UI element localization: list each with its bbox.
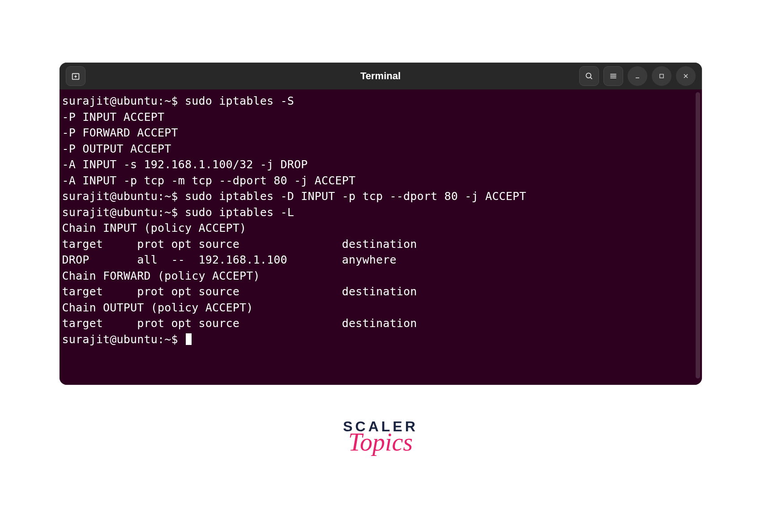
terminal-window: Terminal — [60, 63, 702, 385]
terminal-line: target prot opt source destination — [62, 284, 699, 300]
terminal-line: -P FORWARD ACCEPT — [62, 125, 699, 141]
titlebar-right — [579, 66, 696, 86]
search-icon — [585, 72, 594, 81]
svg-point-3 — [586, 73, 591, 78]
terminal-line: -A INPUT -s 192.168.1.100/32 -j DROP — [62, 157, 699, 173]
terminal-line: -P OUTPUT ACCEPT — [62, 141, 699, 157]
logo-subtitle: Topics — [348, 428, 413, 456]
new-tab-icon — [71, 71, 81, 81]
terminal-line: surajit@ubuntu:~$ sudo iptables -D INPUT… — [62, 188, 699, 204]
terminal-line: -P INPUT ACCEPT — [62, 109, 699, 125]
logo: SCALER Topics — [343, 418, 418, 456]
terminal-line: Chain INPUT (policy ACCEPT) — [62, 220, 699, 236]
terminal-line: surajit@ubuntu:~$ sudo iptables -L — [62, 204, 699, 221]
svg-line-4 — [590, 77, 592, 79]
hamburger-icon — [609, 72, 618, 81]
cursor — [186, 333, 192, 345]
new-tab-button[interactable] — [66, 66, 86, 86]
titlebar: Terminal — [60, 63, 702, 89]
maximize-icon — [658, 73, 665, 79]
terminal-line: target prot opt source destination — [62, 315, 699, 332]
menu-button[interactable] — [603, 66, 623, 86]
terminal-line: target prot opt source destination — [62, 236, 699, 252]
svg-rect-9 — [659, 74, 663, 78]
terminal-line: Chain FORWARD (policy ACCEPT) — [62, 268, 699, 284]
terminal-line: -A INPUT -p tcp -m tcp --dport 80 -j ACC… — [62, 173, 699, 189]
minimize-icon — [634, 72, 641, 80]
scrollbar[interactable] — [696, 92, 700, 379]
terminal-body[interactable]: surajit@ubuntu:~$ sudo iptables -S -P IN… — [60, 89, 702, 385]
close-button[interactable] — [676, 66, 696, 86]
window-title: Terminal — [360, 70, 401, 82]
search-button[interactable] — [579, 66, 599, 86]
minimize-button[interactable] — [628, 66, 647, 86]
close-icon — [682, 72, 689, 80]
terminal-prompt-text: surajit@ubuntu:~$ — [62, 333, 185, 346]
terminal-line: Chain OUTPUT (policy ACCEPT) — [62, 300, 699, 316]
terminal-line: surajit@ubuntu:~$ sudo iptables -S — [62, 93, 699, 109]
terminal-prompt-line: surajit@ubuntu:~$ — [62, 332, 699, 348]
titlebar-left — [66, 66, 86, 86]
maximize-button[interactable] — [652, 66, 671, 86]
terminal-line: DROP all -- 192.168.1.100 anywhere — [62, 252, 699, 268]
